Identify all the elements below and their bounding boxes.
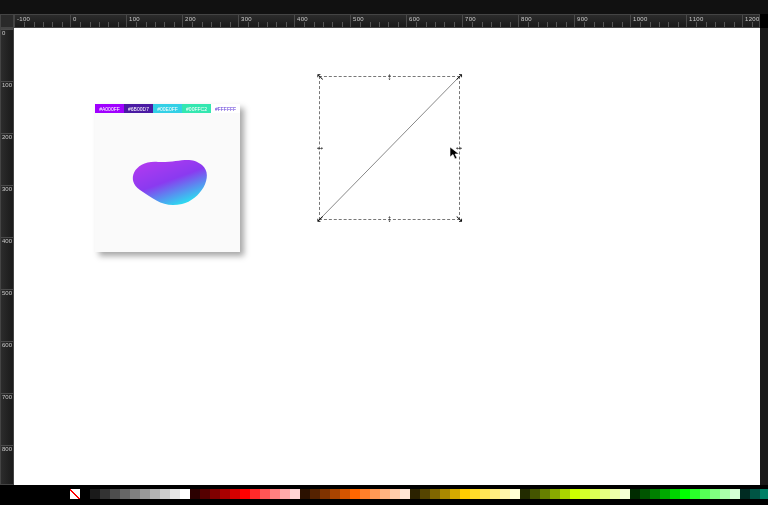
swatch[interactable]: [110, 489, 120, 499]
swatch[interactable]: [180, 489, 190, 499]
strip-swatch[interactable]: #00E0FF: [153, 104, 182, 113]
swatch[interactable]: [150, 489, 160, 499]
swatch[interactable]: [170, 489, 180, 499]
ruler-h-tick: [15, 15, 71, 27]
handle-ne[interactable]: ↗: [455, 72, 463, 82]
swatch[interactable]: [260, 489, 270, 499]
strip-swatch[interactable]: #FFFFFF: [211, 104, 240, 113]
swatch[interactable]: [680, 489, 690, 499]
swatch[interactable]: [160, 489, 170, 499]
ruler-v-tick: 800: [1, 445, 13, 446]
swatch[interactable]: [640, 489, 650, 499]
handle-sw[interactable]: ↙: [316, 214, 324, 224]
swatch[interactable]: [120, 489, 130, 499]
swatch[interactable]: [230, 489, 240, 499]
swatch[interactable]: [690, 489, 700, 499]
swatch[interactable]: [720, 489, 730, 499]
ruler-v-tick: 500: [1, 289, 13, 290]
blob-preview: [95, 113, 240, 252]
selection-bbox[interactable]: ↖ ↕ ↗ ↔ ↔ ↙ ↕ ↘: [319, 76, 460, 220]
swatch[interactable]: [340, 489, 350, 499]
ruler-v-tick: 600: [1, 341, 13, 342]
swatch[interactable]: [280, 489, 290, 499]
swatch[interactable]: [400, 489, 410, 499]
swatch[interactable]: [510, 489, 520, 499]
swatch[interactable]: [740, 489, 750, 499]
swatch[interactable]: [270, 489, 280, 499]
swatch[interactable]: [480, 489, 490, 499]
handle-nw[interactable]: ↖: [316, 72, 324, 82]
strip-swatch[interactable]: #A000FF: [95, 104, 124, 113]
ruler-corner[interactable]: [0, 14, 14, 28]
swatch[interactable]: [500, 489, 510, 499]
ruler-v-tick: 400: [1, 237, 13, 238]
swatch[interactable]: [570, 489, 580, 499]
swatch[interactable]: [220, 489, 230, 499]
strip-swatch[interactable]: #6B00D7: [124, 104, 153, 113]
swatch[interactable]: [390, 489, 400, 499]
swatch[interactable]: [290, 489, 300, 499]
swatch[interactable]: [530, 489, 540, 499]
swatch[interactable]: [310, 489, 320, 499]
swatch[interactable]: [730, 489, 740, 499]
swatch[interactable]: [760, 489, 768, 499]
swatch[interactable]: [710, 489, 720, 499]
ruler-horizontal[interactable]: [14, 14, 760, 28]
swatch[interactable]: [90, 489, 100, 499]
ruler-vertical[interactable]: 0100200300400500600700800: [0, 28, 14, 485]
swatch[interactable]: [200, 489, 210, 499]
swatch[interactable]: [520, 489, 530, 499]
swatch[interactable]: [560, 489, 570, 499]
swatch[interactable]: [590, 489, 600, 499]
ruler-h-tick: [295, 15, 351, 27]
statusbar: [0, 499, 768, 505]
swatch[interactable]: [70, 489, 80, 499]
swatch[interactable]: [700, 489, 710, 499]
swatch[interactable]: [470, 489, 480, 499]
swatch[interactable]: [370, 489, 380, 499]
swatch[interactable]: [250, 489, 260, 499]
swatch[interactable]: [330, 489, 340, 499]
swatch[interactable]: [300, 489, 310, 499]
swatch[interactable]: [600, 489, 610, 499]
swatch[interactable]: [490, 489, 500, 499]
swatch[interactable]: [420, 489, 430, 499]
swatch[interactable]: [540, 489, 550, 499]
color-palette[interactable]: [70, 489, 756, 499]
handle-n[interactable]: ↕: [387, 72, 392, 82]
swatch[interactable]: [660, 489, 670, 499]
swatch[interactable]: [550, 489, 560, 499]
swatch[interactable]: [750, 489, 760, 499]
swatch[interactable]: [430, 489, 440, 499]
swatch[interactable]: [630, 489, 640, 499]
swatch[interactable]: [440, 489, 450, 499]
swatch[interactable]: [450, 489, 460, 499]
swatch[interactable]: [130, 489, 140, 499]
swatch[interactable]: [360, 489, 370, 499]
swatch[interactable]: [210, 489, 220, 499]
swatch[interactable]: [670, 489, 680, 499]
canvas[interactable]: #A000FF#6B00D7#00E0FF#00FFC2#FFFFFF: [14, 28, 760, 485]
swatch[interactable]: [610, 489, 620, 499]
preview-card[interactable]: #A000FF#6B00D7#00E0FF#00FFC2#FFFFFF: [95, 104, 240, 252]
swatch[interactable]: [410, 489, 420, 499]
handle-w[interactable]: ↔: [315, 143, 325, 153]
swatch[interactable]: [580, 489, 590, 499]
swatch[interactable]: [620, 489, 630, 499]
ruler-v-tick: 200: [1, 133, 13, 134]
swatch[interactable]: [140, 489, 150, 499]
swatch[interactable]: [380, 489, 390, 499]
scrollbar-vertical[interactable]: [760, 28, 768, 485]
swatch[interactable]: [650, 489, 660, 499]
handle-s[interactable]: ↕: [387, 214, 392, 224]
swatch[interactable]: [80, 489, 90, 499]
selection-diagonal: [320, 77, 459, 219]
swatch[interactable]: [190, 489, 200, 499]
swatch[interactable]: [320, 489, 330, 499]
handle-se[interactable]: ↘: [455, 214, 463, 224]
swatch[interactable]: [460, 489, 470, 499]
strip-swatch[interactable]: #00FFC2: [182, 104, 211, 113]
swatch[interactable]: [350, 489, 360, 499]
swatch[interactable]: [240, 489, 250, 499]
swatch[interactable]: [100, 489, 110, 499]
